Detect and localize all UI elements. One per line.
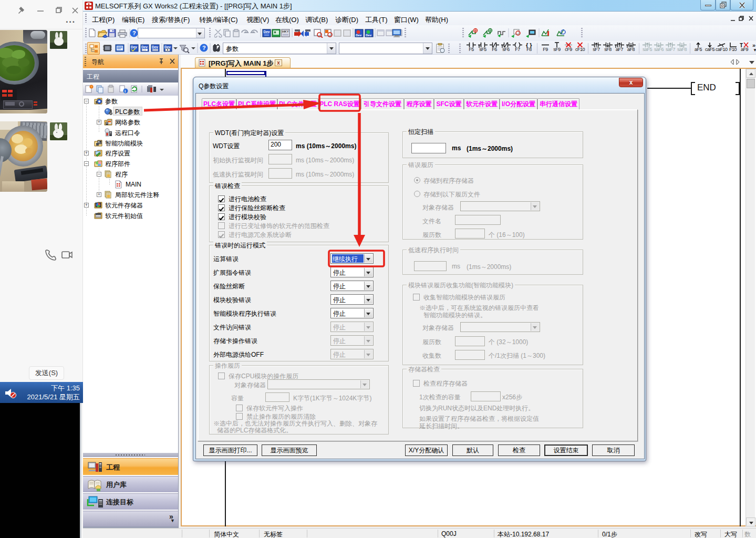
svg-text:Dev: Dev bbox=[264, 30, 270, 34]
svg-text:Dev: Dev bbox=[152, 45, 158, 49]
svg-text:Dev: Dev bbox=[131, 45, 137, 49]
svg-text:Dev: Dev bbox=[164, 45, 171, 49]
svg-text:Dev: Dev bbox=[366, 34, 372, 37]
svg-text:HKY: HKY bbox=[282, 30, 289, 33]
svg-text:Dev: Dev bbox=[141, 45, 148, 49]
svg-text:i: i bbox=[125, 89, 126, 94]
svg-text:?: ? bbox=[132, 30, 136, 36]
svg-text:?: ? bbox=[202, 45, 206, 51]
svg-text:Dev: Dev bbox=[356, 34, 362, 37]
